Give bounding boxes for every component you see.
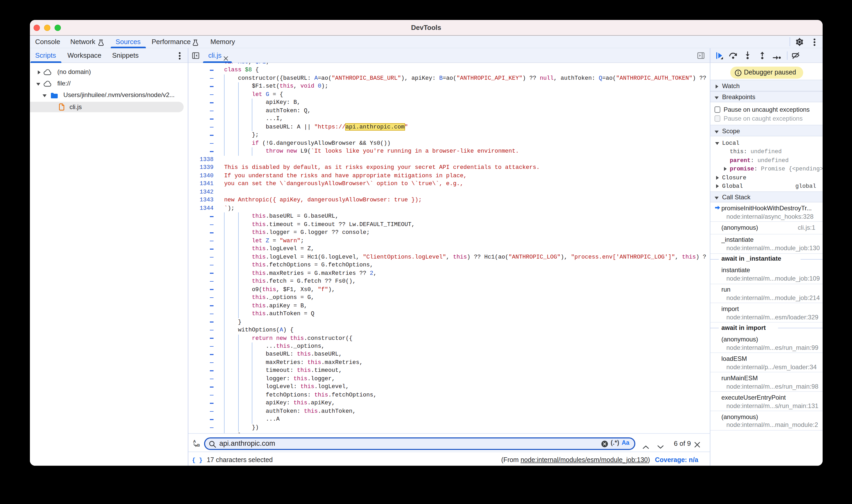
svg-text:{ }: { } bbox=[192, 457, 202, 463]
svg-text:B: B bbox=[197, 443, 200, 447]
svg-text:A: A bbox=[193, 439, 196, 444]
